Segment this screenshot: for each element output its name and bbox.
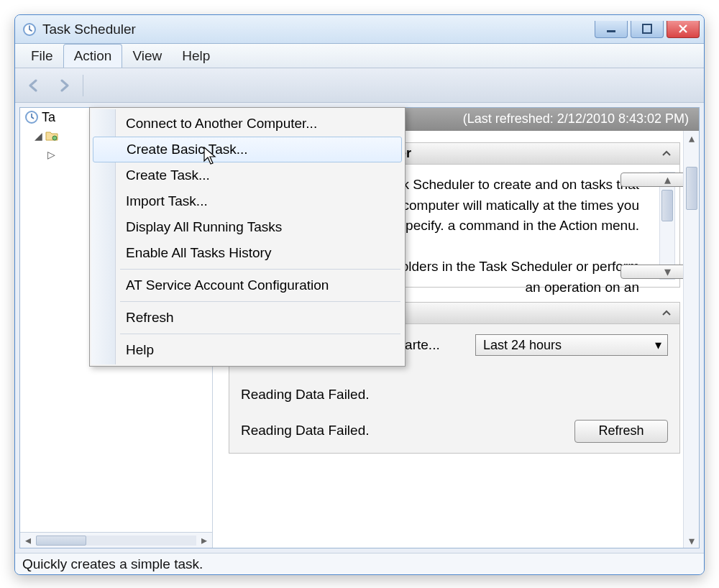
scroll-down-icon[interactable]: ▾ — [684, 533, 699, 548]
tree-collapse-icon[interactable]: ◢ — [33, 130, 43, 142]
menu-help[interactable]: Help — [172, 44, 220, 68]
status-text: Quickly creates a simple task. — [22, 556, 203, 572]
scroll-thumb[interactable] — [686, 167, 697, 210]
dropdown-value: Last 24 hours — [483, 336, 562, 355]
clock-icon — [22, 22, 37, 37]
menu-bar: File Action View Help — [15, 44, 704, 68]
collapse-icon[interactable] — [661, 148, 672, 160]
menu-file[interactable]: File — [21, 44, 63, 68]
menu-enable-task-history[interactable]: Enable All Tasks History — [91, 240, 403, 266]
svg-rect-2 — [643, 24, 651, 33]
status-bar: Quickly creates a simple task. — [15, 553, 704, 574]
time-range-dropdown[interactable]: Last 24 hours ▾ — [475, 334, 668, 356]
maximize-button[interactable] — [631, 21, 664, 38]
menu-display-running-tasks[interactable]: Display All Running Tasks — [91, 214, 403, 240]
menu-separator — [120, 334, 400, 334]
scroll-thumb[interactable] — [661, 190, 673, 221]
folder-icon — [45, 129, 59, 143]
svg-rect-1 — [607, 30, 615, 32]
menu-at-service-config[interactable]: AT Service Account Configuration — [91, 272, 403, 298]
scroll-right-icon[interactable]: ▸ — [196, 533, 212, 548]
menu-import-task[interactable]: Import Task... — [91, 188, 403, 214]
menu-refresh[interactable]: Refresh — [91, 305, 403, 331]
clock-icon — [24, 110, 39, 124]
main-vertical-scrollbar[interactable]: ▴ ▾ — [683, 131, 699, 548]
collapse-icon[interactable] — [661, 308, 672, 319]
menu-action[interactable]: Action — [63, 44, 123, 68]
chevron-down-icon: ▾ — [655, 336, 661, 355]
scroll-left-icon[interactable]: ◂ — [20, 533, 36, 548]
client-area: Connect to Another Computer... Create Ba… — [15, 103, 704, 553]
menu-help-item[interactable]: Help — [91, 337, 403, 363]
tree-horizontal-scrollbar[interactable]: ◂ ▸ — [20, 532, 212, 548]
toolbar-separator — [83, 75, 83, 96]
menu-connect-computer[interactable]: Connect to Another Computer... — [91, 111, 403, 137]
toolbar — [15, 68, 704, 103]
menu-view[interactable]: View — [122, 44, 172, 68]
menu-separator — [120, 269, 400, 270]
scroll-thumb[interactable] — [36, 536, 86, 546]
scroll-up-icon[interactable]: ▴ — [620, 173, 683, 187]
scroll-down-icon[interactable]: ▾ — [620, 265, 683, 279]
overview-scrollbar[interactable]: ▴ ▾ — [659, 172, 675, 280]
tree-root-label: Ta — [42, 110, 55, 125]
nav-back-button[interactable] — [21, 73, 47, 98]
menu-create-basic-task[interactable]: Create Basic Task... — [93, 137, 402, 162]
fail-message-2: Reading Data Failed. — [241, 421, 370, 441]
action-dropdown-menu: Connect to Another Computer... Create Ba… — [89, 107, 406, 367]
close-button[interactable] — [667, 21, 700, 38]
title-bar: Task Scheduler — [15, 15, 704, 44]
window-title: Task Scheduler — [42, 22, 595, 37]
menu-separator — [120, 301, 400, 302]
menu-create-task[interactable]: Create Task... — [91, 162, 403, 188]
task-scheduler-window: Task Scheduler File Action View Help — [14, 14, 705, 575]
last-refreshed-label: (Last refreshed: 2/12/2010 8:43:02 PM) — [463, 111, 689, 127]
nav-forward-button[interactable] — [51, 73, 77, 98]
minimize-button[interactable] — [595, 21, 628, 38]
svg-point-4 — [52, 136, 57, 140]
refresh-button[interactable]: Refresh — [574, 420, 668, 443]
tree-expand-icon[interactable]: ▷ — [46, 149, 56, 160]
scroll-up-icon[interactable]: ▴ — [684, 131, 699, 145]
fail-message-1: Reading Data Failed. — [241, 385, 668, 405]
